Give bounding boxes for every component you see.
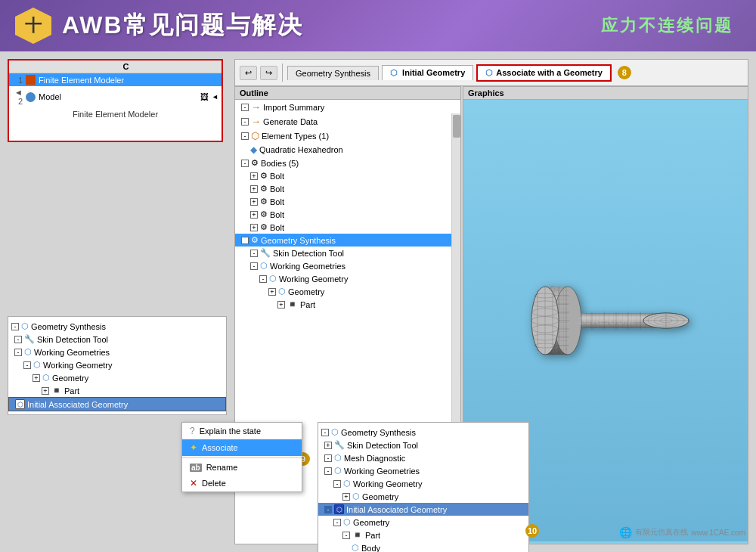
bt-geometry-2[interactable]: - ⬡ Geometry bbox=[318, 516, 528, 529]
outline-working-geos[interactable]: - ⬡ Working Geometries bbox=[235, 259, 460, 272]
geo-tree-initial-assoc[interactable]: ⬡ Initial Associated Geometry bbox=[8, 397, 226, 411]
expand-icon[interactable]: + bbox=[277, 301, 285, 309]
expand-icon[interactable]: + bbox=[33, 374, 40, 382]
svg-text:1CAE.COM: 1CAE.COM bbox=[578, 315, 634, 327]
bt-synthesis[interactable]: - ⬡ Geometry Synthesis bbox=[318, 426, 528, 439]
badge-8: 8 bbox=[618, 66, 631, 79]
expand-icon[interactable]: - bbox=[14, 349, 22, 356]
expand-icon[interactable]: - bbox=[241, 160, 249, 167]
fem-header: C bbox=[9, 60, 222, 73]
fem-row-1-num: 1 bbox=[12, 76, 23, 85]
outline-part[interactable]: + ◾ Part bbox=[235, 298, 460, 311]
outline-bolt-2[interactable]: + ⚙ Bolt bbox=[235, 182, 460, 195]
outline-element-types[interactable]: - ⬡ Element Types (1) bbox=[235, 129, 460, 143]
expand-icon[interactable]: + bbox=[250, 211, 258, 219]
expand-icon[interactable]: - bbox=[324, 454, 332, 462]
expand-icon[interactable]: + bbox=[324, 442, 332, 449]
fem-row-1-label: Finite Element Modeler bbox=[39, 76, 124, 85]
generate-icon: → bbox=[251, 116, 261, 127]
outline-working-geo[interactable]: - ⬡ Working Geometry bbox=[235, 272, 460, 285]
header: 十 AWB常见问题与解决 应力不连续问题 bbox=[0, 0, 756, 51]
geo-tree-working-geo[interactable]: - ⬡ Working Geometry bbox=[8, 358, 226, 371]
undo-button[interactable]: ↩ bbox=[240, 66, 257, 80]
expand-icon[interactable]: - bbox=[241, 104, 249, 111]
redo-button[interactable]: ↪ bbox=[260, 66, 277, 80]
expand-icon[interactable]: - bbox=[250, 250, 258, 257]
outline-bolt-5[interactable]: + ⚙ Bolt bbox=[235, 221, 460, 234]
expand-icon[interactable]: - bbox=[11, 323, 19, 330]
outline-geometry[interactable]: + ⬡ Geometry bbox=[235, 285, 460, 298]
hex-icon: ◆ bbox=[250, 144, 257, 155]
outline-generate-data[interactable]: - → Generate Data bbox=[235, 114, 460, 129]
ctx-rename[interactable]: ab Rename bbox=[182, 460, 302, 475]
geo-tree-synthesis[interactable]: - ⬡ Geometry Synthesis bbox=[8, 320, 226, 333]
outline-bodies[interactable]: - ⚙ Bodies (5) bbox=[235, 157, 460, 169]
wg-single-icon: ⬡ bbox=[33, 360, 41, 370]
expand-icon[interactable]: + bbox=[250, 198, 258, 206]
expand-icon[interactable]: + bbox=[250, 172, 258, 180]
bt-wg-icon: ⬡ bbox=[334, 466, 342, 476]
expand-icon[interactable]: - bbox=[333, 480, 341, 488]
ctx-explain[interactable]: ? Explain the state bbox=[182, 423, 302, 439]
expand-icon[interactable]: + bbox=[250, 224, 258, 231]
expand-icon[interactable]: - bbox=[342, 532, 350, 539]
expand-icon[interactable]: - bbox=[259, 275, 267, 283]
geo-tree-working-geos[interactable]: - ⬡ Working Geometries bbox=[8, 346, 226, 358]
working-geo-single-icon: ⬡ bbox=[269, 274, 277, 284]
bt-body[interactable]: ⬡ Body bbox=[318, 541, 528, 552]
fem-col-c: C bbox=[35, 62, 217, 71]
bt-synth-icon: ⬡ bbox=[331, 427, 339, 437]
expand-icon[interactable]: + bbox=[342, 493, 350, 501]
geo-synth-icon: ⚙ bbox=[251, 235, 259, 245]
expand-icon[interactable]: - bbox=[241, 118, 249, 126]
fem-row-2[interactable]: ◄ 2 Model 🖼 ◄ bbox=[9, 86, 222, 107]
bt-part-icon: ◾ bbox=[352, 530, 363, 540]
synth-icon: ⬡ bbox=[21, 321, 29, 331]
outline-bolt-1[interactable]: + ⚙ Bolt bbox=[235, 169, 460, 182]
ctx-delete[interactable]: ✕ Delete bbox=[182, 475, 302, 492]
tab-associate-geometry[interactable]: ⬡ Associate with a Geometry bbox=[476, 64, 612, 82]
outline-bolt-3[interactable]: + ⚙ Bolt bbox=[235, 195, 460, 208]
tab-geometry-synthesis[interactable]: Geometry Synthesis bbox=[287, 66, 379, 80]
expand-icon[interactable]: + bbox=[268, 288, 276, 296]
bt-initial-assoc[interactable]: - ⬡ Initial Associated Geometry bbox=[318, 503, 528, 516]
init-assoc-icon: ⬡ bbox=[15, 399, 25, 409]
expand-icon[interactable]: - bbox=[14, 336, 22, 343]
bt-working-geos[interactable]: - ⬡ Working Geometries bbox=[318, 464, 528, 477]
geo-tree-panel: - ⬡ Geometry Synthesis - 🔧 Skin Detectio… bbox=[8, 316, 227, 415]
fem-row-1[interactable]: 1 Finite Element Modeler bbox=[9, 73, 222, 86]
bt-geometry[interactable]: + ⬡ Geometry bbox=[318, 490, 528, 503]
outline-import-summary[interactable]: - → Import Summary bbox=[235, 100, 460, 114]
expand-icon[interactable]: - bbox=[324, 506, 332, 513]
outline-quad-hex[interactable]: ◆ Quadratic Hexahedron bbox=[235, 143, 460, 157]
bt-working-geo[interactable]: - ⬡ Working Geometry bbox=[318, 477, 528, 490]
bt-mesh-diag[interactable]: - ⬡ Mesh Diagnostic bbox=[318, 451, 528, 464]
geo-tree-skin[interactable]: - 🔧 Skin Detection Tool bbox=[8, 333, 226, 346]
outline-bolt-4[interactable]: + ⚙ Bolt bbox=[235, 208, 460, 221]
outline-geo-synthesis[interactable]: - ⚙ Geometry Synthesis bbox=[235, 234, 460, 247]
bt-skin-icon: 🔧 bbox=[334, 440, 345, 450]
context-menu: ? Explain the state ✦ Associate ab Renam… bbox=[181, 422, 302, 492]
expand-icon[interactable]: - bbox=[241, 132, 249, 140]
expand-icon[interactable]: - bbox=[250, 262, 258, 270]
geo-tree-geometry[interactable]: + ⬡ Geometry bbox=[8, 371, 226, 384]
outline-skin-detection[interactable]: - 🔧 Skin Detection Tool bbox=[235, 247, 460, 259]
expand-icon[interactable]: - bbox=[23, 361, 31, 369]
scrollbar-thumb[interactable] bbox=[453, 115, 460, 138]
bt-part[interactable]: - ◾ Part bbox=[318, 529, 528, 541]
fem-row-2-arrow: ◄ bbox=[212, 93, 218, 101]
bt-geo-icon: ⬡ bbox=[352, 492, 360, 501]
expand-icon[interactable]: + bbox=[250, 185, 258, 193]
geo-tree-part[interactable]: + ◾ Part bbox=[8, 384, 226, 397]
bt-wg-single-icon: ⬡ bbox=[343, 479, 351, 488]
tab-initial-geometry[interactable]: ⬡ Initial Geometry bbox=[382, 65, 473, 80]
bt-skin[interactable]: + 🔧 Skin Detection Tool bbox=[318, 439, 528, 451]
expand-icon[interactable]: - bbox=[241, 237, 249, 244]
expand-icon[interactable]: - bbox=[321, 429, 329, 436]
expand-icon[interactable]: + bbox=[42, 387, 49, 395]
fem-row-2-label: Model bbox=[39, 92, 197, 101]
expand-icon[interactable]: - bbox=[333, 519, 341, 526]
watermark-url: www.1CAE.com bbox=[691, 529, 745, 537]
ctx-associate[interactable]: ✦ Associate bbox=[182, 439, 302, 456]
expand-icon[interactable]: - bbox=[324, 467, 332, 475]
